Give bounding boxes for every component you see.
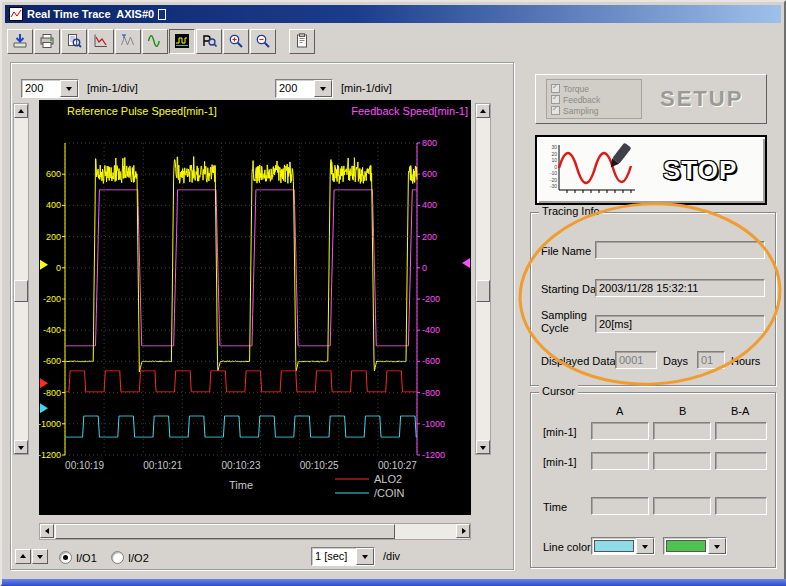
setup-option-label: Feedback [563, 95, 600, 105]
toolbar-button-zoom-page[interactable] [61, 29, 87, 54]
trace-panel: 200 [min-1/div] 200 [min-1/div] 60040020… [10, 62, 514, 570]
right-scale-select[interactable]: 200 [275, 79, 333, 98]
toolbar-button-copy[interactable] [289, 29, 315, 54]
left-scale-value: 200 [22, 80, 60, 97]
displayed-hours-field[interactable]: 01 [697, 351, 725, 369]
trend-icon [93, 33, 109, 49]
scroll-up-button[interactable] [14, 104, 28, 118]
displayed-days-field[interactable]: 0001 [615, 351, 657, 369]
toolbar-button-wave[interactable] [142, 29, 168, 54]
svg-text:10: 10 [551, 157, 557, 163]
sampling-cycle-label: Sampling [541, 309, 587, 321]
svg-text:Reference Pulse Speed[min-1]: Reference Pulse Speed[min-1] [67, 105, 217, 117]
cursor-row2-label: [min-1] [543, 456, 577, 468]
cursor-field-b1 [653, 422, 711, 440]
color-swatch-1 [594, 540, 634, 552]
right-axis-scrollbar[interactable] [475, 103, 491, 455]
dropdown-arrow-icon[interactable] [314, 80, 332, 97]
tracing-info-group: Tracing Info File Name Starting Date 200… [530, 212, 776, 386]
scrollbar-thumb[interactable] [55, 524, 395, 539]
import-icon [12, 33, 28, 49]
timebase-value: 1 [sec] [312, 548, 356, 565]
toolbar-button-zoom-in[interactable] [223, 29, 249, 54]
copy-icon [294, 33, 310, 49]
stop-button[interactable]: 3020100-10-20-30 STOP [535, 135, 767, 205]
io-down-button[interactable] [32, 549, 48, 564]
checkbox-icon [551, 106, 560, 115]
svg-text:00:10:27: 00:10:27 [378, 460, 417, 471]
scroll-up-button[interactable] [476, 104, 490, 118]
svg-text:-600: -600 [422, 356, 440, 366]
svg-text:ALO2: ALO2 [374, 473, 402, 485]
days-label: Days [663, 355, 688, 367]
svg-text:-1200: -1200 [39, 450, 61, 460]
scroll-down-button[interactable] [476, 440, 490, 454]
toolbar-button-trace-display[interactable] [169, 29, 195, 54]
radio-unselected-icon [111, 551, 124, 564]
radio-io2[interactable]: I/O2 [111, 551, 149, 564]
setup-option-label: Torque [563, 84, 589, 94]
checkbox-icon [551, 95, 560, 104]
bottom-window-edge [2, 579, 786, 586]
dropdown-arrow-icon[interactable] [636, 538, 654, 554]
scroll-right-button[interactable] [456, 524, 470, 538]
timebase-select[interactable]: 1 [sec] [311, 547, 375, 566]
cursor-group: Cursor A B B-A [min-1] [min-1] Time Line… [530, 392, 776, 568]
measure-icon [120, 33, 136, 49]
line-color-label: Line color [543, 541, 591, 553]
toolbar-button-import[interactable] [7, 29, 33, 54]
svg-text:00:10:19: 00:10:19 [65, 460, 104, 471]
io-up-button[interactable] [15, 549, 31, 564]
svg-text:200: 200 [46, 232, 61, 242]
svg-text:-800: -800 [43, 388, 61, 398]
dropdown-arrow-icon[interactable] [60, 80, 78, 97]
timebase-unit: /div [383, 550, 400, 562]
svg-text:-1000: -1000 [39, 419, 61, 429]
toolbar-button-zoom-out[interactable] [250, 29, 276, 54]
left-scale-unit: [min-1/div] [87, 82, 138, 94]
title-bar[interactable]: Real Time Trace AXIS#0 [5, 5, 781, 23]
scroll-down-button[interactable] [14, 440, 28, 454]
cursor-field-b2 [653, 452, 711, 470]
radio-io1[interactable]: I/O1 [59, 551, 97, 564]
left-scale-select[interactable]: 200 [21, 79, 79, 98]
svg-text:20: 20 [551, 151, 557, 157]
scrollbar-thumb[interactable] [476, 280, 490, 302]
wave-icon [147, 33, 163, 49]
toolbar-button-zoom-p[interactable] [196, 29, 222, 54]
scroll-left-button[interactable] [40, 524, 54, 538]
dropdown-arrow-icon[interactable] [356, 548, 374, 565]
checkbox-icon [551, 84, 560, 93]
toolbar [7, 26, 779, 56]
missing-glyph-box [158, 9, 166, 20]
scrollbar-thumb[interactable] [14, 280, 28, 302]
svg-text:200: 200 [422, 232, 437, 242]
left-axis-scrollbar[interactable] [13, 103, 29, 455]
svg-text:-200: -200 [43, 294, 61, 304]
setup-button[interactable]: Torque Feedback Sampling SETUP [535, 74, 767, 124]
zoom-p-icon [201, 33, 217, 49]
sampling-cycle-label2: Cycle [541, 322, 569, 334]
setup-option-label: Sampling [563, 106, 598, 116]
chart-area[interactable]: 6004002000-200-400-600-800-1000-12008006… [39, 100, 471, 515]
cursor-row1-label: [min-1] [543, 426, 577, 438]
toolbar-button-trend[interactable] [88, 29, 114, 54]
line-color-select-1[interactable] [591, 537, 655, 555]
file-name-label: File Name [541, 245, 591, 257]
app-icon [9, 7, 23, 21]
cursor-col-b: B [679, 405, 686, 417]
dropdown-arrow-icon[interactable] [708, 538, 726, 554]
tracing-info-title: Tracing Info [539, 205, 603, 217]
cursor-field-ba2 [715, 452, 767, 470]
file-name-field[interactable] [595, 241, 765, 259]
main-window: Real Time Trace AXIS#0 [0, 0, 786, 586]
svg-text:-10: -10 [550, 170, 557, 176]
toolbar-button-measure[interactable] [115, 29, 141, 54]
zoom-out-icon [255, 33, 271, 49]
time-scrollbar[interactable] [39, 523, 471, 540]
toolbar-button-print[interactable] [34, 29, 60, 54]
line-color-select-2[interactable] [663, 537, 727, 555]
displayed-data-label: Displayed Data [541, 355, 616, 367]
cursor-field-b3 [653, 497, 711, 515]
svg-text:400: 400 [422, 200, 437, 210]
